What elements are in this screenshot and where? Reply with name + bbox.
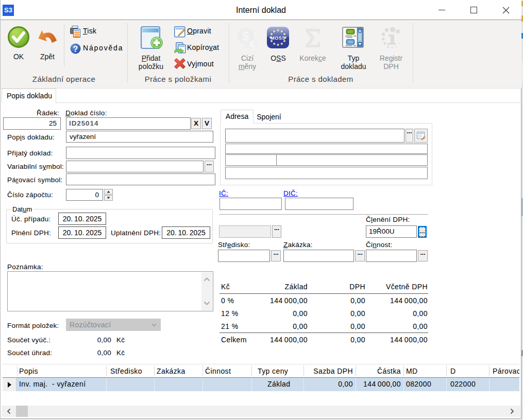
svg-text:€: € bbox=[250, 40, 255, 48]
svg-text:MOSS: MOSS bbox=[271, 36, 285, 41]
svg-text:?: ? bbox=[73, 45, 78, 54]
